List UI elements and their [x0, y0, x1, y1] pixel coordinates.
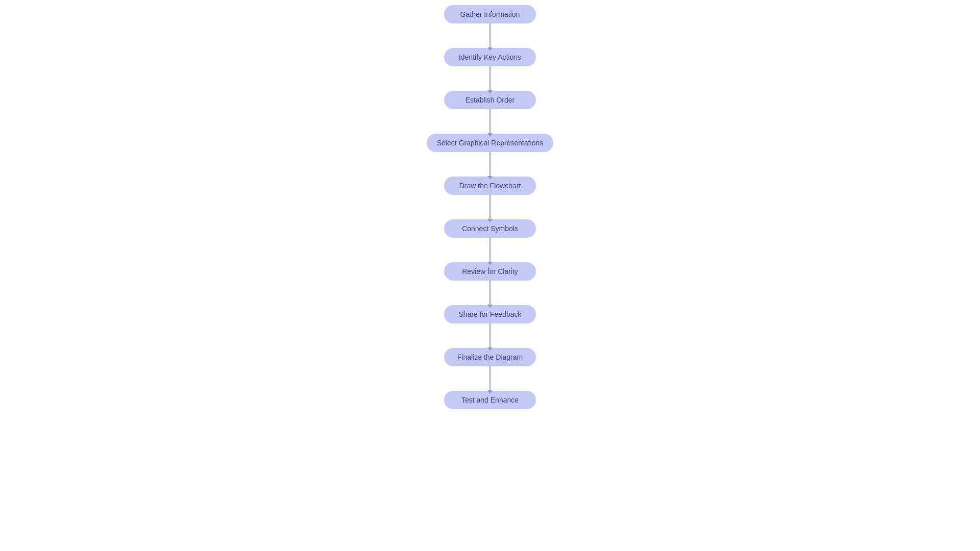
connector-5	[489, 238, 491, 262]
connector-4	[489, 195, 491, 219]
connector-8	[489, 366, 491, 391]
flowchart-container: Gather InformationIdentify Key ActionsEs…	[0, 0, 980, 551]
connector-1	[489, 66, 491, 91]
connector-3	[489, 152, 491, 177]
connector-7	[489, 323, 491, 348]
gather-information-node[interactable]: Gather Information	[444, 5, 536, 23]
connector-6	[489, 281, 491, 305]
connector-0	[489, 23, 491, 48]
connector-2	[489, 109, 491, 134]
